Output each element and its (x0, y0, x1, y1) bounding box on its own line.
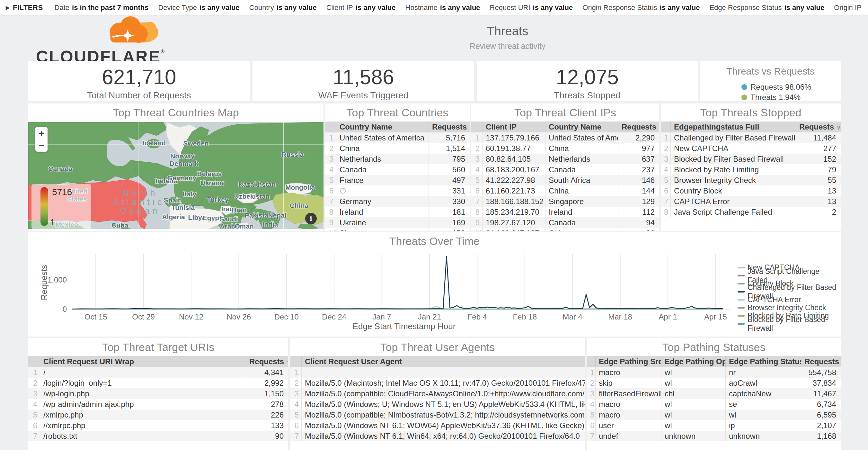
series-swatch-icon (738, 315, 745, 317)
map-legend-min: 1 (50, 217, 55, 228)
col-edge-pathing-src[interactable]: Edge Pathing Src (595, 356, 661, 367)
svg-text:Cuba: Cuba (112, 221, 128, 229)
cloudflare-logo: CLOUDFLARE® (36, 16, 166, 61)
registered-mark: ® (161, 49, 165, 54)
threats-over-time-panel: Threats Over Time Oct 15Oct 29Nov 12Nov … (28, 232, 841, 336)
svg-text:1,000: 1,000 (48, 275, 67, 284)
col-country-name[interactable]: Country Name (336, 121, 429, 132)
top-threats-stopped-panel: Top Threats Stopped Edgepathingstatus Fu… (661, 103, 841, 231)
top-threat-countries-panel: Top Threat Countries Country Name Reques… (325, 103, 470, 231)
table-row: 3 Blocked by Filter Based Firewall 152 (661, 154, 841, 164)
col-uri[interactable]: Client Request URI Wrap (40, 356, 246, 367)
svg-text:Belarus: Belarus (197, 170, 222, 177)
filter-chip[interactable]: Origin Response Statusis any value (582, 3, 700, 12)
stat-label: WAF Events Triggered (252, 90, 474, 100)
svg-text:Ocean: Ocean (120, 206, 160, 216)
top-threat-target-uris-panel: Top Threat Target URIs Client Request UR… (28, 338, 288, 450)
table-row: 3 Mozilla/5.0 (compatible; CloudFlare-Al… (290, 388, 585, 399)
chart-legend-item[interactable]: Blocked by Filter Based Firewall (738, 320, 841, 328)
table-row: 7 undef unknown unknown 1,168 (587, 431, 841, 441)
col-requests[interactable]: Requests∨ (429, 121, 470, 132)
threats-over-time-chart[interactable]: Oct 15Oct 29Nov 12Nov 26Dec 10Dec 24Jan … (28, 252, 841, 335)
table-row: 2 /login/?login_only=1 2,992 (28, 378, 288, 388)
table-header: Client IP Country Name Requests∨ (471, 121, 659, 132)
svg-text:Algeria: Algeria (162, 213, 185, 220)
table-row: 4 Canada 560 (325, 164, 470, 175)
svg-text:North: North (122, 188, 158, 198)
col-requests[interactable]: Requests∨ (618, 121, 659, 132)
table-row: 8 Java Script Challenge Failed 2 (661, 207, 841, 217)
table-header: Client Request User Agent (290, 356, 585, 367)
chart-title: Threats Over Time (28, 232, 841, 250)
table-row: 8 Ireland 181 (325, 207, 470, 217)
filter-chip[interactable]: Device Typeis any value (158, 3, 239, 12)
page-header: Threats Review threat activity (411, 24, 604, 51)
col-edgepathingstatus[interactable]: Edgepathingstatus Full (671, 121, 796, 132)
table-row: 1 / 4,341 (28, 367, 288, 378)
col-requests[interactable]: Requests∨ (801, 356, 841, 367)
stat-value: 621,710 (28, 65, 250, 89)
chart-legend-item[interactable]: Challenged by Filter Based Firewall (738, 288, 841, 296)
table-body: 1 Challenged by Filter Based Firewall 11… (661, 132, 841, 231)
svg-text:Ukraine: Ukraine (200, 179, 225, 186)
svg-text:Feb 4: Feb 4 (467, 312, 487, 321)
table-row: 1 Challenged by Filter Based Firewall 11… (661, 132, 841, 143)
col-user-agent[interactable]: Client Request User Agent (301, 356, 585, 367)
table-row: 7 Mozilla/5.0 (Windows NT 6.1; Win64; x6… (290, 431, 585, 441)
chart-legend-item[interactable]: Java Script Challenge Failed (738, 272, 841, 280)
table-row: 6 61.160.221.73 China 144 (471, 185, 659, 196)
filter-chip[interactable]: Hostnameis any value (405, 3, 480, 12)
svg-text:Mongolia: Mongolia (285, 183, 315, 191)
legend-item: Threats 1.94% (741, 92, 841, 102)
map-info-icon[interactable]: i (305, 213, 317, 224)
svg-text:Oct 29: Oct 29 (132, 312, 155, 321)
zoom-out-button[interactable]: − (35, 139, 48, 152)
filter-chip[interactable]: Origin IPis any value (834, 3, 862, 12)
filters-toggle[interactable]: ▶ FILTERS (6, 3, 43, 12)
filter-chip[interactable]: Request URIis any value (490, 3, 573, 12)
svg-text:Oman: Oman (235, 222, 254, 229)
table-row: 3 Netherlands 795 (325, 154, 470, 164)
svg-text:China: China (290, 202, 309, 209)
col-requests[interactable]: Requests∨ (796, 121, 841, 132)
filter-chip[interactable]: Dateis in the past 7 months (55, 3, 149, 12)
col-edge-pathing-status[interactable]: Edge Pathing Status (725, 356, 801, 367)
top-threat-user-agents-panel: Top Threat User Agents Client Request Us… (290, 338, 585, 450)
panel-title: Top Threat User Agents (290, 338, 585, 356)
svg-text:Apr 1: Apr 1 (658, 312, 677, 321)
filter-chip[interactable]: Client IPis any value (327, 3, 396, 12)
stat-threats-stopped: 12,075 Threats Stopped (477, 61, 698, 100)
top-threat-client-ips-panel: Top Threat Client IPs Client IP Country … (471, 103, 659, 231)
table-row: 2 Mozilla/5.0 (Macintosh; Intel Mac OS X… (290, 378, 585, 388)
svg-text:Germany: Germany (167, 174, 196, 182)
chart-legend-item[interactable]: Browser Integrity Check (738, 304, 841, 312)
world-map[interactable]: CanadaUnitedStatesMexicoCubaIcelandIrela… (28, 122, 323, 229)
top-pathing-statuses-panel: Top Pathing Statuses Edge Pathing Src Ed… (587, 338, 841, 450)
series-swatch-icon (738, 267, 745, 268)
table-row: 2 China 1,514 (325, 143, 470, 154)
map-legend-max: 5716 (52, 187, 72, 197)
threats-vs-requests-title: Threats vs Requests (700, 66, 841, 77)
filter-chip[interactable]: Edge Response Statusis any value (709, 3, 824, 12)
col-country-name[interactable]: Country Name (545, 121, 618, 132)
svg-text:Italy: Italy (183, 190, 196, 198)
col-requests[interactable]: Requests∨ (246, 356, 288, 367)
col-client-ip[interactable]: Client IP (482, 121, 545, 132)
panel-title: Top Pathing Statuses (587, 338, 841, 356)
stat-total-requests: 621,710 Total Number of Requests (28, 61, 250, 100)
col-edge-pathing-op[interactable]: Edge Pathing Op (661, 356, 725, 367)
table-row: 4 Blocked by Rate Limiting 79 (661, 164, 841, 175)
table-row: 5 Browser Integrity Check 55 (661, 175, 841, 185)
svg-text:Jan 7: Jan 7 (372, 312, 391, 321)
svg-text:Sweden: Sweden (183, 140, 209, 147)
table-row: 10 Singapore 158 (325, 228, 470, 231)
zoom-in-button[interactable]: + (35, 127, 48, 139)
table-row: 3 /wp-login.php 1,150 (28, 388, 288, 399)
filter-chip[interactable]: Countryis any value (249, 3, 317, 12)
table-row: 6 user wl ip 2,107 (587, 420, 841, 431)
table-row: 9 198.27.67.120 Canada 94 (471, 217, 659, 228)
panel-title: Top Threat Client IPs (471, 103, 659, 121)
svg-text:Norway: Norway (170, 152, 195, 160)
svg-text:Mar 4: Mar 4 (563, 312, 582, 321)
table-row: 5 41.222.227.98 South Africa 146 (471, 175, 659, 185)
